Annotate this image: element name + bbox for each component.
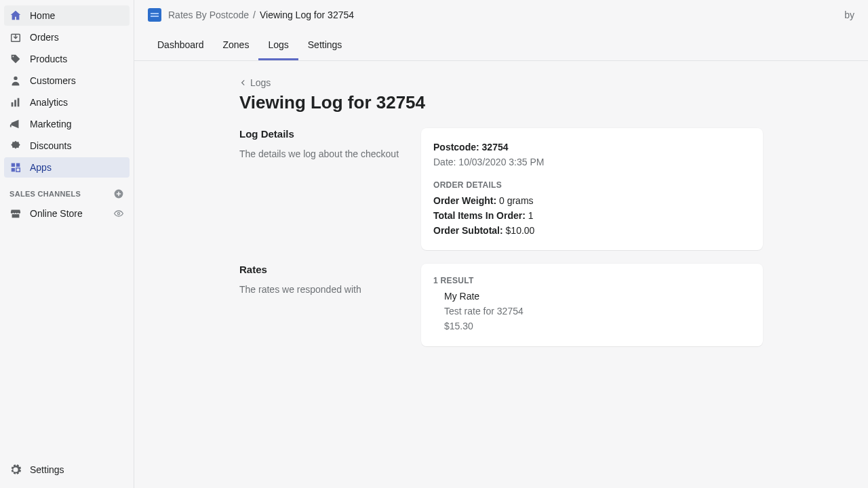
inbox-icon bbox=[9, 31, 22, 43]
subtotal-label: Order Subtotal: bbox=[433, 225, 503, 236]
order-details-heading: ORDER DETAILS bbox=[433, 180, 751, 190]
sidebar-item-label: Products bbox=[30, 54, 67, 64]
store-icon bbox=[9, 207, 22, 220]
sales-channels-title: SALES CHANNELS bbox=[9, 190, 81, 198]
tab-settings[interactable]: Settings bbox=[298, 30, 352, 60]
view-store-button[interactable] bbox=[113, 208, 124, 219]
svg-rect-3 bbox=[14, 100, 16, 106]
discount-icon bbox=[9, 140, 22, 152]
tab-logs[interactable]: Logs bbox=[258, 30, 298, 60]
apps-icon bbox=[9, 161, 22, 174]
tag-icon bbox=[9, 53, 22, 65]
gear-icon bbox=[9, 464, 22, 476]
sidebar-item-label: Online Store bbox=[30, 208, 83, 219]
sidebar: Home Orders Products Customers bbox=[0, 0, 134, 488]
sidebar-item-label: Customers bbox=[30, 75, 76, 86]
main-content: Rates By Postcode / Viewing Log for 3275… bbox=[134, 0, 868, 488]
sidebar-item-online-store[interactable]: Online Store bbox=[4, 203, 130, 224]
svg-rect-6 bbox=[16, 163, 20, 167]
breadcrumb-app[interactable]: Rates By Postcode bbox=[168, 9, 249, 20]
topbar-byline: by bbox=[844, 9, 854, 20]
breadcrumb-sep: / bbox=[253, 9, 256, 20]
analytics-icon bbox=[9, 96, 22, 108]
app-icon bbox=[148, 8, 161, 22]
date-label: Date: bbox=[433, 157, 456, 167]
svg-rect-7 bbox=[12, 168, 15, 171]
svg-rect-2 bbox=[12, 102, 14, 106]
sidebar-item-analytics[interactable]: Analytics bbox=[4, 92, 130, 113]
sidebar-item-label: Apps bbox=[30, 162, 52, 173]
sidebar-item-products[interactable]: Products bbox=[4, 49, 130, 69]
log-details-heading: Log Details bbox=[239, 128, 408, 140]
rates-card: 1 RESULT My Rate Test rate for 32754 $15… bbox=[421, 264, 763, 346]
rates-desc: The rates we responded with bbox=[239, 283, 408, 297]
sidebar-item-label: Discounts bbox=[30, 140, 71, 151]
sidebar-item-label: Settings bbox=[30, 464, 64, 475]
weight-value: 0 grams bbox=[499, 195, 534, 206]
page-title: Viewing Log for 32754 bbox=[239, 92, 763, 113]
sidebar-item-settings[interactable]: Settings bbox=[4, 460, 130, 480]
items-label: Total Items In Order: bbox=[433, 210, 526, 221]
sidebar-item-label: Orders bbox=[30, 32, 59, 43]
home-icon bbox=[9, 9, 22, 22]
sidebar-section-header: SALES CHANNELS bbox=[0, 179, 134, 203]
postcode-value: 32754 bbox=[482, 142, 509, 152]
backlink-label: Logs bbox=[250, 77, 271, 88]
tabbar: Dashboard Zones Logs Settings bbox=[134, 30, 868, 61]
sidebar-item-home[interactable]: Home bbox=[4, 5, 130, 26]
sidebar-item-customers[interactable]: Customers bbox=[4, 70, 130, 91]
sidebar-item-label: Home bbox=[30, 10, 55, 21]
topbar: Rates By Postcode / Viewing Log for 3275… bbox=[134, 0, 868, 30]
sidebar-item-label: Analytics bbox=[30, 97, 68, 108]
result-count: 1 RESULT bbox=[433, 276, 751, 285]
rate-name: My Rate bbox=[444, 289, 751, 304]
tab-zones[interactable]: Zones bbox=[214, 30, 259, 60]
svg-rect-4 bbox=[18, 98, 20, 107]
svg-rect-5 bbox=[12, 163, 15, 167]
svg-point-10 bbox=[117, 212, 119, 214]
rates-heading: Rates bbox=[239, 264, 408, 275]
log-details-card: Postcode: 32754 Date: 10/03/2020 3:35 PM… bbox=[421, 128, 763, 250]
subtotal-value: $10.00 bbox=[506, 225, 535, 236]
svg-rect-8 bbox=[16, 168, 20, 171]
rate-price: $15.30 bbox=[444, 319, 751, 334]
items-value: 1 bbox=[528, 210, 534, 221]
breadcrumb-page: Viewing Log for 32754 bbox=[260, 9, 354, 20]
rate-desc: Test rate for 32754 bbox=[444, 304, 751, 319]
back-to-logs-link[interactable]: Logs bbox=[239, 77, 271, 88]
sidebar-item-label: Marketing bbox=[30, 119, 71, 129]
log-details-desc: The details we log about the checkout bbox=[239, 148, 408, 161]
add-channel-button[interactable] bbox=[113, 188, 124, 199]
date-value: 10/03/2020 3:35 PM bbox=[458, 157, 544, 167]
postcode-label: Postcode: bbox=[433, 142, 479, 152]
svg-point-1 bbox=[14, 77, 17, 80]
megaphone-icon bbox=[9, 118, 22, 130]
sidebar-item-marketing[interactable]: Marketing bbox=[4, 114, 130, 134]
sidebar-item-discounts[interactable]: Discounts bbox=[4, 136, 130, 156]
chevron-left-icon bbox=[239, 79, 248, 87]
tab-dashboard[interactable]: Dashboard bbox=[148, 30, 214, 60]
sidebar-item-apps[interactable]: Apps bbox=[4, 157, 130, 178]
rate-item: My Rate Test rate for 32754 $15.30 bbox=[433, 289, 751, 333]
sidebar-item-orders[interactable]: Orders bbox=[4, 27, 130, 47]
person-icon bbox=[9, 75, 22, 87]
weight-label: Order Weight: bbox=[433, 195, 496, 206]
